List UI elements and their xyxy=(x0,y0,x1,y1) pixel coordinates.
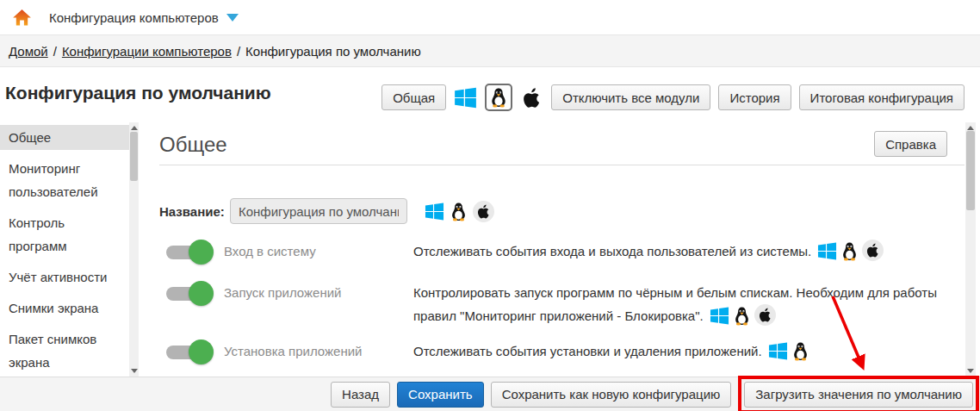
toggle-knob xyxy=(189,339,214,364)
setting-label: Установка приложений xyxy=(224,339,413,358)
windows-icon[interactable] xyxy=(454,86,477,109)
main-scrollbar[interactable] xyxy=(965,122,976,377)
page-header: Конфигурация по умолчанию Общая Отключит… xyxy=(0,68,980,122)
breadcrumb-current: Конфигурация по умолчанию xyxy=(245,44,421,59)
sidebar-scrollbar-thumb[interactable] xyxy=(130,132,138,181)
breadcrumb-home-link[interactable]: Домой xyxy=(9,44,48,59)
sidebar-item-activity-accounting[interactable]: Учёт активности xyxy=(0,265,129,290)
history-button[interactable]: История xyxy=(718,84,791,110)
windows-icon xyxy=(425,202,444,221)
apple-icon xyxy=(473,201,494,222)
windows-icon xyxy=(710,306,729,326)
toggle-app-install[interactable] xyxy=(166,346,206,359)
linux-icon xyxy=(791,341,810,361)
setting-description: Отслеживать события установки и удаления… xyxy=(413,339,952,363)
home-icon[interactable] xyxy=(12,8,32,28)
breadcrumb-separator: / xyxy=(53,44,57,59)
linux-icon[interactable] xyxy=(485,84,512,111)
sidebar-item-screenshots[interactable]: Снимки экрана xyxy=(0,296,129,321)
back-button[interactable]: Назад xyxy=(331,382,390,408)
scroll-up-icon[interactable] xyxy=(131,126,138,130)
breadcrumb-configs-link[interactable]: Конфигурации компьютеров xyxy=(62,44,232,59)
setting-label: Запуск приложений xyxy=(224,281,413,300)
final-configuration-button[interactable]: Итоговая конфигурация xyxy=(799,84,964,110)
sidebar-scrollbar[interactable] xyxy=(129,122,139,377)
windows-icon xyxy=(768,341,788,361)
toggle-login[interactable] xyxy=(166,246,206,259)
name-label: Название: xyxy=(159,204,230,219)
scroll-down-icon[interactable] xyxy=(131,369,138,373)
help-button[interactable]: Справка xyxy=(874,131,947,157)
linux-icon xyxy=(840,241,859,261)
setting-row-app-install: Установка приложений Отслеживать события… xyxy=(159,339,952,363)
setting-label: Вход в систему xyxy=(224,240,413,258)
main-scrollbar-thumb[interactable] xyxy=(966,131,975,210)
linux-icon xyxy=(732,306,752,326)
setting-row-app-launch: Запуск приложений Контролировать запуск … xyxy=(159,281,952,327)
footer-action-bar: Назад Сохранить Сохранить как новую конф… xyxy=(0,377,980,411)
section-header: Общее Справка xyxy=(159,122,964,165)
chevron-down-icon[interactable] xyxy=(226,14,239,22)
sidebar-item-general[interactable]: Общее xyxy=(0,125,129,150)
apple-icon[interactable] xyxy=(520,86,543,109)
apple-icon xyxy=(862,240,884,261)
save-button[interactable]: Сохранить xyxy=(397,382,484,408)
scroll-down-icon[interactable] xyxy=(967,369,974,373)
general-tab-button[interactable]: Общая xyxy=(381,84,446,110)
name-os-icons xyxy=(425,201,494,222)
sidebar-item-program-control[interactable]: Контроль программ xyxy=(0,210,129,258)
sidebar-item-screenshot-package[interactable]: Пакет снимков экрана xyxy=(0,327,129,375)
scroll-up-icon[interactable] xyxy=(967,126,974,130)
page-title: Конфигурация по умолчанию xyxy=(5,83,271,103)
breadcrumb-separator: / xyxy=(237,44,240,59)
section-title: Общее xyxy=(159,133,227,157)
annotation-highlight-box: Загрузить значения по умолчанию xyxy=(738,376,979,411)
main-panel: Общее Справка Название: Вход в систему О… xyxy=(159,122,964,377)
load-defaults-button[interactable]: Загрузить значения по умолчанию xyxy=(744,382,973,408)
setting-description: Контролировать запуск программ по чёрным… xyxy=(413,281,952,327)
name-input[interactable] xyxy=(230,198,407,224)
name-row: Название: xyxy=(159,198,494,224)
header-controls: Общая Отключить все модули История Итого… xyxy=(381,84,964,111)
computer-configuration-screen: Конфигурация компьютеров Домой / Конфигу… xyxy=(0,0,980,411)
toggle-app-launch[interactable] xyxy=(166,287,206,301)
topbar: Конфигурация компьютеров xyxy=(0,0,980,34)
setting-row-login: Вход в систему Отслеживать события входа… xyxy=(159,240,952,263)
setting-description: Отслеживать события входа и выхода польз… xyxy=(413,240,952,263)
disable-all-modules-button[interactable]: Отключить все модули xyxy=(551,84,710,110)
breadcrumb: Домой / Конфигурации компьютеров / Конфи… xyxy=(0,34,980,67)
sidebar-item-user-monitoring[interactable]: Мониторинг пользователей xyxy=(0,156,129,204)
apple-icon xyxy=(754,304,776,326)
toggle-knob xyxy=(189,281,214,306)
toggle-knob xyxy=(189,240,214,265)
sidebar: Общее Мониторинг пользователей Контроль … xyxy=(0,125,129,381)
windows-icon xyxy=(817,241,837,261)
linux-icon xyxy=(449,202,468,221)
config-menu-label[interactable]: Конфигурация компьютеров xyxy=(49,10,219,25)
save-as-new-configuration-button[interactable]: Сохранить как новую конфигурацию xyxy=(491,382,732,408)
